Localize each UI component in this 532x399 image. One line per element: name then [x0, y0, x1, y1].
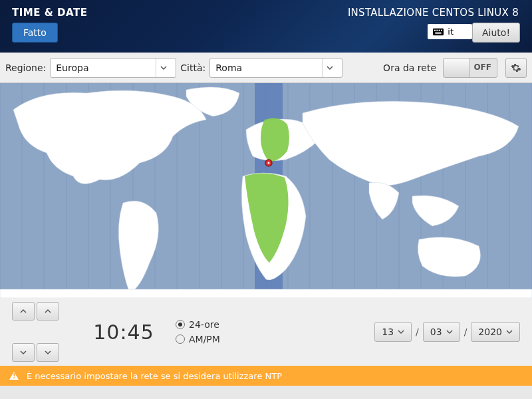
chevron-down-icon [322, 59, 336, 77]
network-time-label: Ora da rete [383, 63, 436, 73]
minutes-down-button[interactable] [37, 343, 59, 362]
radio-icon [176, 320, 185, 329]
svg-point-34 [268, 162, 270, 164]
keyboard-indicator[interactable]: it [428, 24, 472, 39]
svg-rect-3 [439, 29, 440, 31]
timezone-map[interactable] [0, 83, 532, 298]
switch-state-label: OFF [473, 63, 491, 72]
settings-toolbar: Regione: Europa Città: Roma Ora da rete … [0, 53, 532, 83]
product-title: INSTALLAZIONE CENTOS LINUX 8 [348, 7, 519, 19]
svg-rect-1 [434, 29, 436, 31]
format-24h-radio[interactable]: 24-ore [176, 319, 220, 330]
year-dropdown[interactable]: 2020 [471, 322, 520, 342]
format-ampm-radio[interactable]: AM/PM [176, 334, 220, 344]
minutes-up-button[interactable] [37, 302, 59, 321]
date-picker: 13 / 03 / 2020 [374, 322, 520, 342]
ntp-settings-button[interactable] [505, 58, 527, 78]
city-combobox[interactable]: Roma [209, 58, 342, 78]
day-dropdown[interactable]: 13 [374, 322, 412, 342]
chevron-down-icon [506, 329, 513, 335]
city-label: Città: [180, 63, 205, 73]
svg-rect-4 [441, 29, 442, 31]
done-button[interactable]: Fatto [12, 23, 58, 43]
keyboard-layout-label: it [448, 27, 454, 37]
region-combobox[interactable]: Europa [50, 58, 176, 78]
city-value: Roma [215, 63, 318, 73]
location-pin-icon [265, 160, 272, 166]
svg-rect-2 [437, 29, 438, 31]
chevron-down-icon [446, 329, 453, 335]
help-button[interactable]: Aiuto! [472, 23, 520, 43]
page-title: TIME & DATE [12, 7, 87, 19]
svg-rect-5 [436, 32, 442, 33]
svg-rect-32 [0, 289, 532, 298]
keyboard-icon [433, 28, 444, 36]
region-value: Europa [56, 63, 152, 73]
month-dropdown[interactable]: 03 [423, 322, 460, 342]
datetime-controls: 10:45 24-ore AM/PM 13 / 03 / 2020 [0, 298, 532, 366]
chevron-down-icon [398, 329, 404, 335]
region-label: Regione: [5, 63, 46, 73]
warning-icon [9, 372, 19, 380]
svg-rect-0 [433, 28, 444, 35]
time-format-group: 24-ore AM/PM [176, 319, 220, 344]
header-bar: TIME & DATE Fatto INSTALLAZIONE CENTOS L… [0, 0, 532, 53]
radio-icon [176, 334, 185, 344]
time-spinner [12, 302, 59, 362]
warning-bar: È necessario impostare la rete se si des… [0, 366, 532, 386]
warning-text: È necessario impostare la rete se si des… [27, 371, 282, 381]
gear-icon [511, 63, 521, 73]
time-display: 10:45 [90, 321, 157, 344]
hours-up-button[interactable] [12, 302, 35, 321]
network-time-switch[interactable]: OFF [443, 58, 497, 78]
hours-down-button[interactable] [12, 343, 35, 362]
chevron-down-icon [156, 59, 170, 77]
switch-knob [444, 59, 470, 77]
